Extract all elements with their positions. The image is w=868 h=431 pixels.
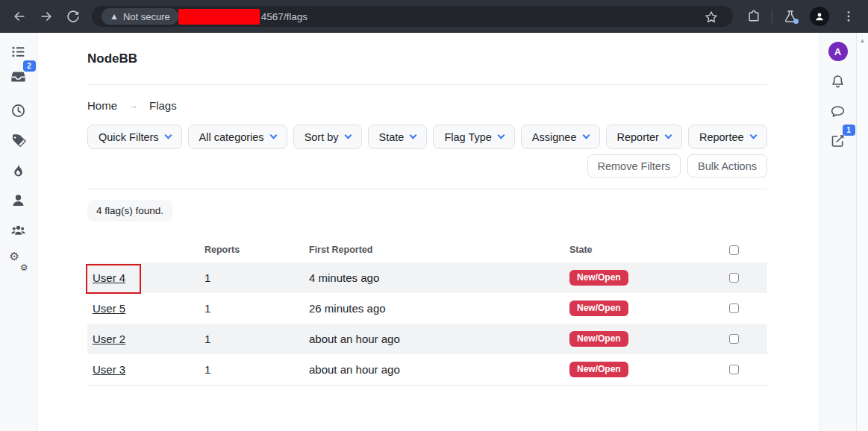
flag-user-link[interactable]: User 2 [93, 333, 125, 345]
chat-bubble-icon[interactable] [828, 101, 848, 121]
row-checkbox[interactable] [729, 365, 739, 374]
table-row: User 4 1 4 minutes ago New/Open [87, 262, 767, 293]
first-reported-time: about an hour ago [309, 333, 569, 345]
chevron-down-icon [269, 132, 277, 139]
flag-count-chip: 4 flag(s) found. [87, 200, 172, 221]
chevron-down-icon [582, 132, 590, 139]
right-sidebar: A 1 [819, 33, 856, 431]
chevron-down-icon [497, 132, 505, 139]
admin-settings-gears-icon[interactable]: ⚙︎⚙︎ [9, 251, 28, 271]
breadcrumb-current: Flags [149, 99, 177, 112]
sort-by-dropdown[interactable]: Sort by [293, 125, 362, 149]
section-divider [87, 189, 767, 189]
header-divider [87, 84, 767, 85]
browser-profile-avatar[interactable] [810, 7, 829, 26]
reporter-dropdown[interactable]: Reporter [606, 125, 682, 149]
reports-count: 1 [204, 302, 309, 315]
breadcrumb-arrow-icon: → [128, 100, 138, 111]
reports-count: 1 [204, 271, 309, 284]
assignee-dropdown[interactable]: Assignee [521, 125, 600, 149]
toolbar-divider [772, 10, 772, 24]
browser-toolbar: ▲︎ Not secure 4567/flags [0, 0, 868, 33]
scroll-up-arrow-icon[interactable]: ▲ [857, 37, 868, 44]
row-checkbox[interactable] [729, 273, 739, 283]
select-all-checkbox[interactable] [729, 245, 739, 255]
warning-icon: ▲︎ [110, 12, 119, 21]
first-reported-time: about an hour ago [309, 363, 569, 376]
user-icon[interactable] [9, 190, 28, 210]
reload-icon[interactable] [64, 7, 82, 25]
chevron-down-icon [344, 132, 352, 139]
notifications-bell-icon[interactable] [828, 72, 848, 91]
address-bar[interactable]: ▲︎ Not secure 4567/flags [92, 6, 733, 27]
categories-list-icon[interactable] [9, 42, 28, 61]
user-avatar[interactable]: A [828, 42, 848, 61]
breadcrumb-home-link[interactable]: Home [87, 99, 117, 112]
extensions-icon[interactable] [745, 7, 763, 25]
not-secure-label: Not secure [123, 11, 170, 22]
state-dropdown[interactable]: State [368, 125, 428, 149]
browser-window: ▲︎ Not secure 4567/flags [0, 0, 868, 431]
forward-icon[interactable] [37, 7, 55, 25]
chevron-down-icon [664, 132, 672, 139]
chevron-down-icon [410, 132, 417, 139]
unread-count-badge: 2 [23, 60, 36, 72]
flag-user-link[interactable]: User 4 [93, 271, 125, 284]
main-content: NodeBB Home → Flags Quick Filters All ca… [37, 33, 819, 431]
state-badge: New/Open [569, 270, 628, 286]
header-state: State [569, 245, 700, 255]
page-scrollbar[interactable]: ▲ [856, 33, 868, 431]
chevron-down-icon [164, 132, 172, 139]
flask-notification-dot [793, 19, 799, 24]
table-row: User 5 1 26 minutes ago New/Open [87, 293, 767, 324]
quick-filters-dropdown[interactable]: Quick Filters [87, 125, 182, 149]
unread-inbox-icon[interactable]: 2 [9, 66, 28, 86]
header-first-reported: First Reported [309, 245, 569, 255]
breadcrumb: Home → Flags [87, 99, 767, 112]
first-reported-time: 4 minutes ago [309, 271, 569, 284]
reports-count: 1 [204, 363, 309, 376]
compose-icon[interactable]: 1 [828, 130, 848, 150]
flag-user-link[interactable]: User 3 [93, 363, 125, 376]
popular-flame-icon[interactable] [9, 160, 28, 180]
first-reported-time: 26 minutes ago [309, 302, 569, 315]
reports-count: 1 [204, 333, 309, 345]
left-sidebar: 2 ⚙︎⚙︎ [0, 33, 37, 431]
chevron-down-icon [749, 132, 757, 139]
not-secure-chip[interactable]: ▲︎ Not secure [102, 8, 178, 25]
page-title: NodeBB [87, 51, 767, 66]
remove-filters-button[interactable]: Remove Filters [587, 154, 681, 177]
state-badge: New/Open [569, 301, 628, 316]
tags-icon[interactable] [9, 130, 28, 150]
redacted-host-block [178, 9, 260, 25]
header-reports: Reports [204, 245, 309, 255]
flags-table: Reports First Reported State User 4 1 4 … [87, 237, 767, 386]
recent-clock-icon[interactable] [9, 101, 28, 120]
categories-dropdown[interactable]: All categories [188, 125, 287, 149]
bookmark-star-icon[interactable] [702, 8, 720, 26]
experiments-flask-icon[interactable] [781, 7, 799, 25]
flag-user-link[interactable]: User 5 [93, 302, 125, 315]
filter-bar: Quick Filters All categories Sort by Sta… [87, 125, 767, 149]
reportee-dropdown[interactable]: Reportee [688, 125, 767, 149]
bulk-actions-button[interactable]: Bulk Actions [687, 154, 767, 177]
back-icon[interactable] [10, 7, 28, 25]
state-badge: New/Open [569, 331, 628, 347]
state-badge: New/Open [569, 362, 628, 377]
table-actions: Remove Filters Bulk Actions [87, 154, 767, 177]
compose-count-badge: 1 [843, 125, 855, 136]
row-checkbox[interactable] [729, 303, 739, 313]
table-header-row: Reports First Reported State [87, 237, 767, 262]
url-text: 4567/flags [261, 11, 307, 22]
flag-type-dropdown[interactable]: Flag Type [433, 125, 514, 149]
groups-icon[interactable] [9, 220, 28, 239]
table-row: User 2 1 about an hour ago New/Open [87, 324, 767, 354]
table-row: User 3 1 about an hour ago New/Open [87, 354, 767, 385]
row-checkbox[interactable] [729, 334, 739, 344]
browser-menu-icon[interactable] [840, 7, 858, 25]
